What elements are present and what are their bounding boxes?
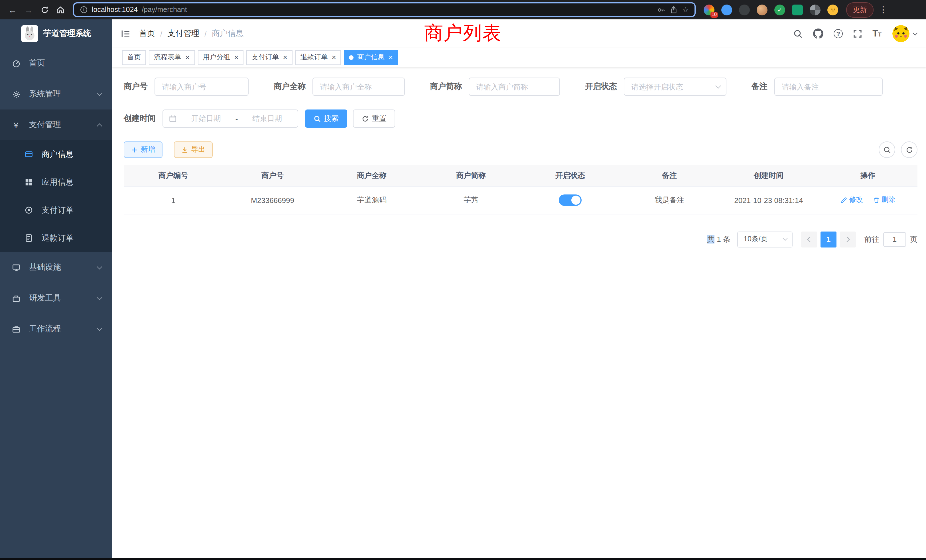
browser-home-button[interactable] <box>53 2 68 18</box>
page-size-select[interactable]: 10条/页 <box>737 231 793 247</box>
toggle-search-button[interactable] <box>879 141 895 158</box>
help-button[interactable]: ? <box>829 29 848 38</box>
share-icon[interactable] <box>670 5 678 14</box>
cell-status <box>520 186 620 214</box>
tab-home[interactable]: 首页 <box>122 50 146 65</box>
sidebar-item-pay-order[interactable]: 支付订单 <box>0 196 112 224</box>
user-avatar[interactable] <box>892 25 909 42</box>
search-form-row-1: 商户号 商户全称 商户简称 开启状态 <box>124 77 917 96</box>
tab-user-group[interactable]: 用户分组× <box>198 50 244 65</box>
password-key-icon[interactable] <box>657 5 666 14</box>
browser-forward-button[interactable]: → <box>21 2 36 18</box>
sidebar-item-system[interactable]: 系统管理 <box>0 79 112 109</box>
chrome-update-button[interactable]: 更新 <box>846 2 873 17</box>
sidebar-item-payment[interactable]: ¥ 支付管理 <box>0 109 112 140</box>
github-link-button[interactable] <box>808 29 829 39</box>
edit-button[interactable]: 修改 <box>840 195 863 205</box>
dashboard-icon <box>11 59 21 68</box>
breadcrumb-home[interactable]: 首页 <box>139 29 155 39</box>
merchant-no-input[interactable] <box>154 77 249 96</box>
goto-label: 前往 <box>864 234 879 244</box>
refresh-icon <box>905 146 913 154</box>
create-time-label: 创建时间 <box>124 114 156 124</box>
breadcrumb-current: 商户信息 <box>212 29 244 39</box>
header-search-button[interactable] <box>788 29 808 38</box>
col-remark: 备注 <box>620 165 719 186</box>
extension-green-square-icon[interactable] <box>792 4 803 15</box>
close-icon[interactable]: × <box>185 54 189 61</box>
font-size-button[interactable]: TT <box>867 29 887 38</box>
col-merchant-index: 商户编号 <box>124 165 223 186</box>
export-button[interactable]: 导出 <box>174 141 213 158</box>
extension-blue-icon[interactable] <box>721 4 732 15</box>
close-icon[interactable]: × <box>283 54 287 61</box>
refresh-table-button[interactable] <box>901 141 917 158</box>
page-content: 商户号 商户全称 商户简称 开启状态 <box>112 67 926 560</box>
tab-pay-order[interactable]: 支付订单× <box>246 50 292 65</box>
status-label: 开启状态 <box>585 82 617 92</box>
tab-merchant-info[interactable]: 商户信息× <box>344 50 398 65</box>
browser-menu-icon[interactable]: ⋮ <box>878 5 888 15</box>
page-1-button[interactable]: 1 <box>820 231 837 247</box>
remark-input[interactable] <box>774 77 883 96</box>
target-icon <box>23 206 34 215</box>
extension-smiley-icon[interactable] <box>828 4 838 15</box>
full-name-input[interactable] <box>312 77 405 96</box>
short-name-input[interactable] <box>469 77 560 96</box>
tags-bar: 首页 流程表单× 用户分组× 支付订单× 退款订单× 商户信息× <box>112 48 926 67</box>
sidebar-item-merchant-info[interactable]: 商户信息 <box>0 140 112 168</box>
logo-rabbit-icon <box>21 25 38 42</box>
search-form-row-2: 创建时间 开始日期 - 结束日期 搜索 <box>124 109 917 128</box>
extension-colorful-icon[interactable]: 10 <box>704 4 714 15</box>
bookmark-star-icon[interactable]: ☆ <box>682 5 689 14</box>
goto-page-input[interactable] <box>883 232 906 247</box>
reset-button[interactable]: 重置 <box>353 109 395 128</box>
fullscreen-button[interactable] <box>848 29 867 38</box>
sidebar-item-app-info[interactable]: 应用信息 <box>0 168 112 196</box>
trash-icon <box>873 197 880 204</box>
close-icon[interactable]: × <box>332 54 336 61</box>
sidebar-item-dev-tools[interactable]: 研发工具 <box>0 283 112 314</box>
sidebar-item-home[interactable]: 首页 <box>0 48 112 79</box>
search-button[interactable]: 搜索 <box>305 109 347 128</box>
close-icon[interactable]: × <box>389 54 393 61</box>
sidebar-item-refund-order[interactable]: 退款订单 <box>0 224 112 252</box>
next-page-button[interactable] <box>840 231 856 247</box>
app-logo[interactable]: 芋道管理系统 <box>0 20 112 48</box>
cell-index: 1 <box>124 186 223 214</box>
delete-button[interactable]: 删除 <box>873 195 895 205</box>
page-info-icon[interactable] <box>80 6 88 14</box>
app-title: 芋道管理系统 <box>43 29 91 39</box>
cell-actions: 修改 删除 <box>818 186 917 214</box>
font-size-icon: TT <box>872 29 882 38</box>
document-icon <box>23 234 34 242</box>
col-merchant-no: 商户号 <box>223 165 322 186</box>
search-icon <box>313 115 321 122</box>
add-button[interactable]: 新增 <box>124 141 162 158</box>
tab-refund-order[interactable]: 退款订单× <box>295 50 341 65</box>
fullscreen-icon <box>853 29 862 38</box>
browser-reload-button[interactable] <box>36 2 53 18</box>
tab-process-form[interactable]: 流程表单× <box>149 50 195 65</box>
create-time-range-picker[interactable]: 开始日期 - 结束日期 <box>162 109 298 128</box>
toolbox-icon <box>11 294 21 303</box>
status-toggle[interactable] <box>559 194 582 206</box>
sidebar-collapse-button[interactable] <box>112 20 139 48</box>
grid-icon <box>23 178 34 186</box>
extension-avatar-icon[interactable] <box>757 4 767 15</box>
sidebar-item-infra[interactable]: 基础设施 <box>0 252 112 283</box>
close-icon[interactable]: × <box>234 54 238 61</box>
extension-green-check-icon[interactable]: ✓ <box>774 4 785 15</box>
breadcrumb-separator: / <box>160 29 162 38</box>
browser-back-button[interactable]: ← <box>5 2 21 18</box>
address-bar[interactable]: localhost:1024/pay/merchant ☆ <box>73 2 696 17</box>
extension-dark-icon[interactable] <box>739 4 750 15</box>
browser-toolbar: ← → localhost:1024/pay/merchant ☆ 10 <box>0 0 926 20</box>
sidebar-item-workflow[interactable]: 工作流程 <box>0 314 112 344</box>
extension-pinwheel-icon[interactable] <box>809 4 820 15</box>
breadcrumb-payment[interactable]: 支付管理 <box>167 29 199 39</box>
search-icon <box>793 29 803 38</box>
status-select[interactable] <box>624 77 726 96</box>
avatar-caret-icon[interactable] <box>913 31 918 36</box>
prev-page-button[interactable] <box>801 231 817 247</box>
